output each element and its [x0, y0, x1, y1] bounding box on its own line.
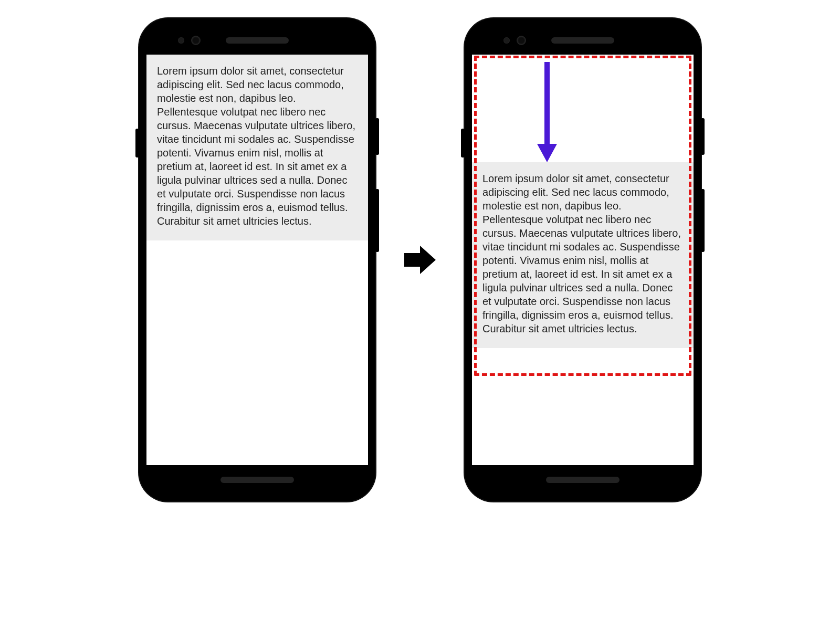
phone-power-button [701, 118, 705, 155]
front-camera-icon [517, 36, 526, 45]
bottom-speaker [220, 477, 294, 483]
phone-volume-button [701, 189, 705, 252]
sensor-dot [503, 37, 510, 44]
phone-power-button [375, 118, 379, 155]
earpiece-speaker [551, 37, 614, 44]
earpiece-speaker [226, 37, 289, 44]
phone-before: Lorem ipsum dolor sit amet, consectetur … [139, 18, 375, 501]
phone-top-bezel [146, 26, 368, 55]
content-text-block: Lorem ipsum dolor sit amet, consectetur … [146, 55, 368, 240]
phone-screen-before: Lorem ipsum dolor sit amet, consectetur … [146, 55, 368, 465]
front-camera-icon [192, 36, 200, 45]
phone-volume-button [375, 189, 379, 252]
phone-side-button [135, 129, 139, 158]
transition-arrow-right-icon [402, 242, 438, 278]
phone-screen-after: Lorem ipsum dolor sit amet, consectetur … [472, 55, 694, 465]
svg-marker-0 [404, 246, 436, 274]
content-text-block: Lorem ipsum dolor sit amet, consectetur … [472, 162, 694, 348]
diagram-stage: Lorem ipsum dolor sit amet, consectetur … [0, 8, 840, 512]
phone-bottom-bezel [146, 465, 368, 494]
phone-bottom-bezel [472, 465, 694, 494]
phone-top-bezel [472, 26, 694, 55]
scroll-down-arrow-icon [534, 60, 560, 167]
phone-after: Lorem ipsum dolor sit amet, consectetur … [465, 18, 701, 501]
svg-marker-2 [537, 144, 557, 162]
bottom-speaker [546, 477, 620, 483]
phone-side-button [461, 129, 465, 158]
sensor-dot [178, 37, 184, 44]
